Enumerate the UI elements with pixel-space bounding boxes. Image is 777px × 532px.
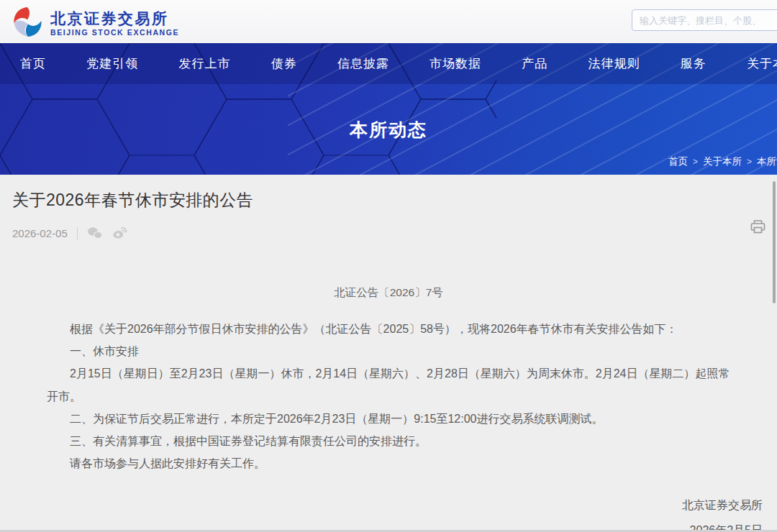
brand-text: 北京证券交易所 BEIJING STOCK EXCHANGE: [50, 10, 179, 36]
article-header: 关于2026年春节休市安排的公告 2026-02-05: [0, 175, 777, 248]
nav-item-home[interactable]: 首页: [20, 55, 46, 72]
weibo-icon[interactable]: [112, 226, 127, 239]
nav-item-listing[interactable]: 发行上市: [178, 55, 230, 72]
nav-item-products[interactable]: 产品: [522, 55, 547, 72]
article-meta: 2026-02-05: [12, 226, 765, 248]
breadcrumb-home[interactable]: 首页: [668, 155, 688, 168]
wechat-icon[interactable]: [87, 226, 103, 239]
site-logo[interactable]: 北京证券交易所 BEIJING STOCK EXCHANGE: [12, 6, 179, 41]
paragraph: 请各市场参与人据此安排好有关工作。: [47, 452, 730, 474]
breadcrumb-separator: >: [747, 157, 752, 167]
nav-item-services[interactable]: 服务: [681, 55, 706, 72]
breadcrumb: 首页 > 关于本所 > 本所动态: [668, 155, 777, 168]
paragraph: 根据《关于2026年部分节假日休市安排的公告》（北证公告〔2025〕58号），现…: [47, 318, 730, 340]
document-number: 北证公告〔2026〕7号: [47, 285, 730, 301]
nav-item-party[interactable]: 党建引领: [86, 55, 138, 72]
paragraph: 三、有关清算事宜，根据中国证券登记结算有限责任公司的安排进行。: [47, 430, 730, 452]
article-page: 关于2026年春节休市安排的公告 2026-02-05: [0, 175, 777, 532]
scrollbar-thumb[interactable]: [773, 181, 776, 303]
breadcrumb-separator: >: [693, 157, 698, 167]
breadcrumb-about[interactable]: 关于本所: [703, 155, 742, 168]
nav-item-bonds[interactable]: 债券: [271, 55, 297, 72]
paragraph: 2月15日（星期日）至2月23日（星期一）休市，2月14日（星期六）、2月28日…: [47, 362, 730, 407]
article-title: 关于2026年春节休市安排的公告: [12, 189, 765, 211]
breadcrumb-current: 本所动态: [757, 155, 777, 168]
hero-banner: 首页 党建引领 发行上市 债券 信息披露 市场数据 产品 法律规则 服务 关于本…: [0, 43, 777, 175]
nav-item-rules[interactable]: 法律规则: [589, 55, 640, 72]
publish-date: 2026-02-05: [12, 227, 68, 239]
main-navigation: 首页 党建引领 发行上市 债券 信息披露 市场数据 产品 法律规则 服务 关于本…: [0, 43, 777, 84]
nav-item-market-data[interactable]: 市场数据: [430, 55, 481, 72]
bse-logo-icon: [12, 6, 44, 41]
banner-section-title: 本所动态: [0, 118, 777, 142]
paragraph: 二、为保证节后交易正常进行，本所定于2026年2月23日（星期一）9:15至12…: [47, 408, 730, 430]
nav-item-disclosure[interactable]: 信息披露: [337, 55, 389, 72]
nav-item-about[interactable]: 关于本所: [747, 55, 777, 72]
article-body: 北证公告〔2026〕7号 根据《关于2026年部分节假日休市安排的公告》（北证公…: [0, 248, 777, 532]
site-header: 北京证券交易所 BEIJING STOCK EXCHANGE: [0, 0, 777, 43]
search-input[interactable]: [632, 9, 777, 31]
brand-name-en: BEIJING STOCK EXCHANGE: [50, 28, 179, 37]
paragraph: 一、休市安排: [47, 340, 730, 362]
print-icon[interactable]: [750, 219, 766, 237]
signature-block: 北京证券交易所 2026年2月5日: [47, 493, 763, 532]
signature-org: 北京证券交易所: [47, 493, 763, 518]
brand-name-cn: 北京证券交易所: [50, 10, 179, 27]
meta-divider: [77, 227, 78, 239]
